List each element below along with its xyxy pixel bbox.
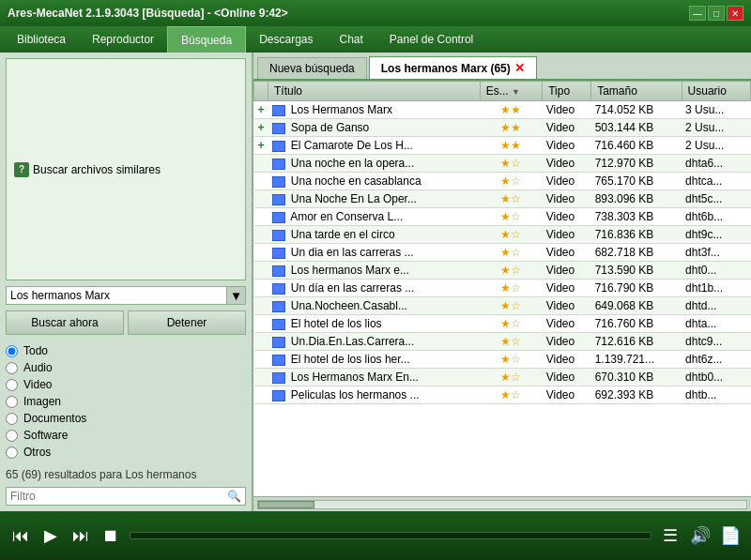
radio-audio[interactable]: Audio: [6, 361, 246, 374]
table-row[interactable]: + Sopa de Ganso ★★ Video 503.144 KB 2 Us…: [254, 119, 751, 137]
menu-chat[interactable]: Chat: [326, 26, 376, 53]
row-plus[interactable]: [254, 333, 268, 351]
row-stars: ★☆: [480, 280, 543, 297]
close-button[interactable]: ✕: [727, 6, 743, 21]
radio-video[interactable]: Video: [6, 378, 246, 391]
play-button[interactable]: ▶: [39, 524, 62, 547]
row-title[interactable]: Un dia en las carreras ...: [268, 244, 481, 262]
row-title[interactable]: Una noche en la opera...: [268, 155, 481, 173]
table-row[interactable]: Los Hermanos Marx En... ★☆ Video 670.310…: [254, 369, 751, 386]
menu-panel[interactable]: Panel de Control: [376, 26, 486, 53]
minimize-button[interactable]: —: [689, 6, 706, 21]
row-title[interactable]: El hotel de los lios: [268, 315, 481, 333]
tab-hermanos-marx[interactable]: Los hermanos Marx (65) ✕: [369, 56, 537, 79]
row-title[interactable]: Un día en las carreras ...: [268, 280, 481, 297]
menu-reproductor[interactable]: Reproductor: [79, 26, 167, 53]
table-row[interactable]: El hotel de los lios ★☆ Video 716.760 KB…: [254, 315, 751, 333]
col-tipo[interactable]: Tipo: [543, 82, 591, 101]
radio-otros[interactable]: Otros: [6, 446, 246, 459]
volume-icon[interactable]: 🔊: [689, 524, 712, 547]
row-plus[interactable]: +: [254, 137, 268, 155]
scrollbar-thumb[interactable]: [258, 501, 314, 508]
row-plus[interactable]: [254, 297, 268, 315]
menu-descargas[interactable]: Descargas: [246, 26, 326, 53]
table-row[interactable]: Un.Dia.En.Las.Carrera... ★☆ Video 712.61…: [254, 333, 751, 351]
table-row[interactable]: Una noche en casablanca ★☆ Video 765.170…: [254, 173, 751, 190]
table-row[interactable]: + Los Hermanos Marx ★★ Video 714.052 KB …: [254, 101, 751, 119]
stop-button[interactable]: Detener: [128, 310, 246, 335]
table-row[interactable]: Un dia en las carreras ... ★☆ Video 682.…: [254, 244, 751, 262]
search-dropdown-button[interactable]: ▼: [227, 286, 246, 305]
row-plus[interactable]: [254, 315, 268, 333]
row-title[interactable]: Una tarde en el circo: [268, 226, 481, 244]
table-row[interactable]: Un día en las carreras ... ★☆ Video 716.…: [254, 280, 751, 297]
scrollbar-track[interactable]: [257, 500, 747, 509]
table-row[interactable]: Una tarde en el circo ★☆ Video 716.836 K…: [254, 226, 751, 244]
player-bar: ⏮ ▶ ⏭ ⏹ ☰ 🔊 📄: [0, 511, 751, 560]
row-title[interactable]: Una.Nocheen.Casabl...: [268, 297, 481, 315]
extra-icon[interactable]: 📄: [719, 524, 742, 547]
row-title[interactable]: Un.Dia.En.Las.Carrera...: [268, 333, 481, 351]
row-plus[interactable]: [254, 386, 268, 404]
row-size: 503.144 KB: [591, 119, 682, 137]
similar-files-button[interactable]: ? Buscar archivos similares: [6, 58, 246, 280]
col-title[interactable]: Título: [268, 82, 481, 101]
row-title[interactable]: Peliculas los hermanos ...: [268, 386, 481, 404]
radio-documentos[interactable]: Documentos: [6, 412, 246, 425]
table-row[interactable]: Una.Nocheen.Casabl... ★☆ Video 649.068 K…: [254, 297, 751, 315]
table-row[interactable]: Una noche en la opera... ★☆ Video 712.97…: [254, 155, 751, 173]
row-plus[interactable]: +: [254, 101, 268, 119]
row-plus[interactable]: +: [254, 119, 268, 137]
row-plus[interactable]: [254, 226, 268, 244]
col-usuario[interactable]: Usuario: [682, 82, 750, 101]
table-row[interactable]: Los hermanos Marx e... ★☆ Video 713.590 …: [254, 262, 751, 280]
row-user: 2 Usu...: [682, 137, 750, 155]
menu-busqueda[interactable]: Búsqueda: [167, 26, 246, 53]
row-title[interactable]: Los Hermanos Marx: [268, 101, 481, 119]
row-title[interactable]: Amor en Conserva L...: [268, 208, 481, 226]
row-title[interactable]: El Camarote De Los H...: [268, 137, 481, 155]
table-row[interactable]: El hotel de los lios her... ★☆ Video 1.1…: [254, 351, 751, 369]
row-title[interactable]: Los Hermanos Marx En...: [268, 369, 481, 386]
table-row[interactable]: Amor en Conserva L... ★☆ Video 738.303 K…: [254, 208, 751, 226]
radio-imagen[interactable]: Imagen: [6, 395, 246, 408]
row-plus[interactable]: [254, 208, 268, 226]
prev-button[interactable]: ⏮: [9, 524, 32, 547]
row-title[interactable]: El hotel de los lios her...: [268, 351, 481, 369]
row-type: Video: [543, 386, 591, 404]
playlist-icon[interactable]: ☰: [659, 524, 682, 547]
row-plus[interactable]: [254, 351, 268, 369]
table-row[interactable]: Peliculas los hermanos ... ★☆ Video 692.…: [254, 386, 751, 404]
horizontal-scrollbar[interactable]: [253, 496, 751, 511]
progress-bar[interactable]: [130, 532, 651, 539]
row-plus[interactable]: [254, 244, 268, 262]
row-plus[interactable]: [254, 369, 268, 386]
row-plus[interactable]: [254, 280, 268, 297]
maximize-button[interactable]: □: [708, 6, 725, 21]
next-button[interactable]: ⏭: [69, 524, 92, 547]
stop-button[interactable]: ⏹: [100, 524, 122, 547]
row-size: 1.139.721...: [591, 351, 682, 369]
col-estrellas[interactable]: Es... ▼: [480, 82, 543, 101]
row-title[interactable]: Los hermanos Marx e...: [268, 262, 481, 280]
tab-nueva-busqueda[interactable]: Nueva búsqueda: [257, 57, 367, 79]
search-now-button[interactable]: Buscar ahora: [6, 310, 124, 335]
results-table[interactable]: Título Es... ▼ Tipo Tamaño Usuario + Los…: [253, 81, 751, 496]
menu-biblioteca[interactable]: Biblioteca: [4, 26, 79, 53]
filter-input[interactable]: [10, 490, 227, 503]
radio-todo[interactable]: Todo: [6, 344, 246, 357]
row-title[interactable]: Sopa de Ganso: [268, 119, 481, 137]
search-input[interactable]: [6, 286, 227, 305]
filter-box: 🔍: [6, 487, 246, 506]
row-plus[interactable]: [254, 155, 268, 173]
col-tamano[interactable]: Tamaño: [591, 82, 682, 101]
row-title[interactable]: Una Noche En La Oper...: [268, 190, 481, 208]
row-plus[interactable]: [254, 262, 268, 280]
tab-close-icon[interactable]: ✕: [514, 61, 525, 75]
table-row[interactable]: Una Noche En La Oper... ★☆ Video 893.096…: [254, 190, 751, 208]
radio-software[interactable]: Software: [6, 429, 246, 442]
table-row[interactable]: + El Camarote De Los H... ★★ Video 716.4…: [254, 137, 751, 155]
row-plus[interactable]: [254, 190, 268, 208]
row-plus[interactable]: [254, 173, 268, 190]
row-title[interactable]: Una noche en casablanca: [268, 173, 481, 190]
